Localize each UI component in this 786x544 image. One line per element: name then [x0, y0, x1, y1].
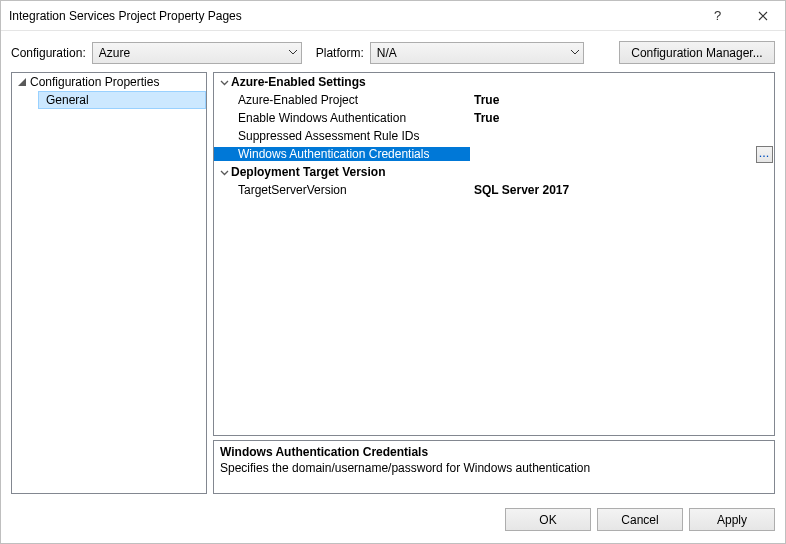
chevron-down-icon [571, 50, 579, 55]
category-azure-enabled[interactable]: Azure-Enabled Settings [214, 73, 774, 91]
description-heading: Windows Authentication Credentials [220, 445, 768, 459]
prop-windows-auth-credentials[interactable]: Windows Authentication Credentials ... [214, 145, 774, 163]
description-panel: Windows Authentication Credentials Speci… [213, 440, 775, 494]
configuration-dropdown[interactable]: Azure [92, 42, 302, 64]
description-text: Specifies the domain/username/password f… [220, 461, 768, 475]
help-button[interactable]: ? [695, 1, 740, 30]
content-area: Configuration Properties General Azure-E… [1, 72, 785, 498]
chevron-down-icon [289, 50, 297, 55]
platform-dropdown[interactable]: N/A [370, 42, 584, 64]
apply-button[interactable]: Apply [689, 508, 775, 531]
footer: OK Cancel Apply [1, 498, 785, 543]
window-title: Integration Services Project Property Pa… [9, 9, 695, 23]
close-button[interactable] [740, 1, 785, 30]
dialog-window: Integration Services Project Property Pa… [0, 0, 786, 544]
cancel-button[interactable]: Cancel [597, 508, 683, 531]
chevron-down-icon [217, 78, 231, 87]
tree-item-label: General [46, 93, 89, 107]
prop-suppressed-assessment-ids[interactable]: Suppressed Assessment Rule IDs [214, 127, 774, 145]
prop-enable-windows-auth[interactable]: Enable Windows Authentication True [214, 109, 774, 127]
tree-root[interactable]: Configuration Properties [12, 73, 206, 91]
chevron-down-icon [217, 168, 231, 177]
ok-button[interactable]: OK [505, 508, 591, 531]
platform-label: Platform: [316, 46, 364, 60]
expanded-glyph-icon [16, 78, 28, 86]
tree-root-label: Configuration Properties [30, 75, 159, 89]
prop-azure-enabled-project[interactable]: Azure-Enabled Project True [214, 91, 774, 109]
right-panel: Azure-Enabled Settings Azure-Enabled Pro… [213, 72, 775, 494]
property-grid: Azure-Enabled Settings Azure-Enabled Pro… [213, 72, 775, 436]
config-row: Configuration: Azure Platform: N/A Confi… [1, 31, 785, 72]
titlebar: Integration Services Project Property Pa… [1, 1, 785, 31]
ellipsis-button[interactable]: ... [756, 146, 773, 163]
prop-target-server-version[interactable]: TargetServerVersion SQL Server 2017 [214, 181, 774, 199]
tree-panel: Configuration Properties General [11, 72, 207, 494]
platform-value: N/A [377, 46, 397, 60]
category-deployment-target[interactable]: Deployment Target Version [214, 163, 774, 181]
configuration-value: Azure [99, 46, 130, 60]
tree-item-general[interactable]: General [38, 91, 206, 109]
configuration-label: Configuration: [11, 46, 86, 60]
configuration-manager-button[interactable]: Configuration Manager... [619, 41, 775, 64]
